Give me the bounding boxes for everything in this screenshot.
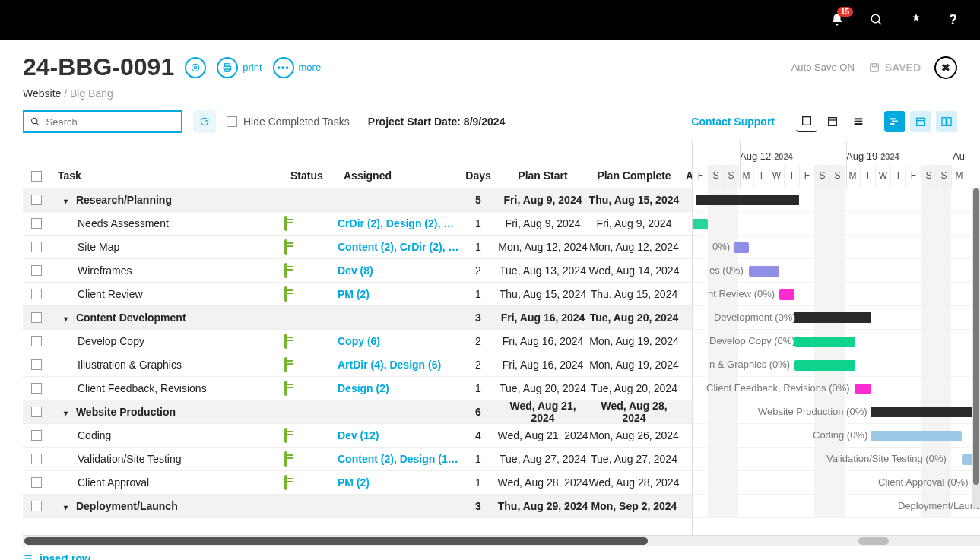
plan-start-cell[interactable]: Thu, Aug 15, 2024: [497, 288, 588, 300]
gantt-row[interactable]: Client Approval (0%): [693, 471, 980, 495]
calendar-icon[interactable]: [284, 239, 287, 255]
days-cell[interactable]: 3: [459, 312, 497, 324]
gantt-bar[interactable]: [871, 407, 980, 417]
row-checkbox[interactable]: [31, 195, 42, 205]
add-icon[interactable]: [909, 13, 923, 27]
row-checkbox[interactable]: [31, 430, 42, 441]
col-assigned[interactable]: Assigned: [338, 169, 459, 188]
gantt-bar[interactable]: [693, 219, 708, 229]
row-checkbox[interactable]: [31, 218, 42, 229]
table-row[interactable]: Client Feedback, RevisionsDesign (2)1Tue…: [23, 377, 692, 400]
search-box[interactable]: [23, 110, 182, 133]
row-checkbox[interactable]: [31, 265, 42, 276]
plan-complete-cell[interactable]: Wed, Aug 14, 2024: [588, 264, 680, 277]
assigned-link[interactable]: ArtDir (4), Design (6): [338, 359, 459, 371]
view-mode-1[interactable]: [796, 111, 817, 132]
calendar-icon[interactable]: [284, 334, 287, 349]
gantt-row[interactable]: [693, 188, 980, 212]
gantt-row[interactable]: Validation/Site Testing (0%): [693, 448, 980, 471]
col-task[interactable]: Task: [50, 169, 284, 188]
table-row[interactable]: Needs AssessmentCrDir (2), Design (2), P…: [23, 212, 692, 236]
search-icon[interactable]: [870, 13, 883, 27]
plan-complete-cell[interactable]: Mon, Sep 2, 2024: [588, 500, 680, 512]
gantt-row[interactable]: [693, 212, 980, 236]
col-plan-start[interactable]: Plan Start: [497, 169, 588, 188]
plan-start-cell[interactable]: Tue, Aug 27, 2024: [497, 453, 588, 465]
gantt-row[interactable]: 0%): [693, 236, 980, 259]
row-checkbox[interactable]: [31, 312, 42, 323]
plan-start-cell[interactable]: Thu, Aug 29, 2024: [497, 500, 588, 512]
calendar-icon[interactable]: [284, 263, 287, 278]
vertical-scrollbar[interactable]: [972, 188, 980, 508]
calendar-icon[interactable]: [284, 381, 287, 396]
days-cell[interactable]: 5: [459, 194, 497, 206]
row-checkbox[interactable]: [31, 242, 42, 252]
split-view-button[interactable]: [936, 111, 957, 132]
calendar-icon[interactable]: [284, 357, 287, 372]
calendar-icon[interactable]: [284, 451, 287, 467]
horizontal-scrollbar[interactable]: [23, 536, 980, 546]
help-icon[interactable]: ?: [949, 12, 957, 28]
plan-start-cell[interactable]: Wed, Aug 21, 2024: [497, 400, 588, 424]
table-row[interactable]: ▾ Content Development3Fri, Aug 16, 2024T…: [23, 306, 692, 330]
gantt-row[interactable]: Client Feedback, Revisions (0%): [693, 377, 980, 400]
plan-start-cell[interactable]: Tue, Aug 13, 2024: [497, 264, 588, 277]
contact-support-link[interactable]: Contact Support: [691, 115, 775, 128]
select-all-checkbox[interactable]: [31, 171, 42, 182]
days-cell[interactable]: 1: [459, 382, 497, 394]
hide-completed-toggle[interactable]: Hide Completed Tasks: [227, 115, 350, 128]
gantt-bar[interactable]: [779, 289, 794, 300]
table-row[interactable]: Site MapContent (2), CrDir (2), PM1Mon, …: [23, 236, 692, 259]
plan-complete-cell[interactable]: Tue, Aug 20, 2024: [588, 382, 680, 394]
gantt-row[interactable]: Coding (0%): [693, 424, 980, 448]
more-button[interactable]: ••• more: [273, 57, 322, 78]
gantt-bar[interactable]: [794, 337, 855, 347]
days-cell[interactable]: 1: [459, 241, 497, 253]
row-checkbox[interactable]: [31, 407, 42, 417]
plan-start-cell[interactable]: Wed, Aug 28, 2024: [497, 476, 588, 489]
plan-start-cell[interactable]: Wed, Aug 21, 2024: [497, 429, 588, 441]
gantt-bar[interactable]: [749, 266, 779, 277]
plan-start-cell[interactable]: Fri, Aug 16, 2024: [497, 335, 588, 347]
col-plan-complete[interactable]: Plan Complete: [588, 169, 680, 188]
view-mode-3[interactable]: [848, 111, 869, 132]
plan-complete-cell[interactable]: Tue, Aug 27, 2024: [588, 453, 680, 465]
assigned-link[interactable]: Content (2), CrDir (2), PM: [338, 241, 459, 253]
days-cell[interactable]: 6: [459, 406, 497, 418]
gantt-row[interactable]: Develop Copy (0%): [693, 330, 980, 353]
assigned-link[interactable]: Content (2), Design (1), PM: [338, 453, 459, 465]
plan-start-cell[interactable]: Tue, Aug 20, 2024: [497, 382, 588, 394]
calendar-icon[interactable]: [284, 216, 287, 231]
refresh-title-button[interactable]: [185, 57, 206, 78]
gantt-view-button[interactable]: [884, 111, 905, 132]
plan-complete-cell[interactable]: Mon, Aug 19, 2024: [588, 335, 680, 347]
insert-row-button[interactable]: insert row: [0, 546, 980, 560]
calendar-icon[interactable]: [284, 475, 287, 490]
plan-complete-cell[interactable]: Wed, Aug 28, 2024: [588, 400, 680, 424]
table-row[interactable]: Illustration & GraphicsArtDir (4), Desig…: [23, 353, 692, 377]
plan-start-cell[interactable]: Fri, Aug 9, 2024: [497, 217, 588, 229]
assigned-link[interactable]: Dev (8): [338, 264, 459, 277]
days-cell[interactable]: 2: [459, 359, 497, 371]
refresh-grid-button[interactable]: [193, 110, 216, 133]
table-row[interactable]: Develop CopyCopy (6)2Fri, Aug 16, 2024Mo…: [23, 330, 692, 353]
plan-start-cell[interactable]: Fri, Aug 16, 2024: [497, 312, 588, 324]
row-checkbox[interactable]: [31, 477, 42, 488]
plan-complete-cell[interactable]: Thu, Aug 15, 2024: [588, 288, 680, 300]
gantt-row[interactable]: es (0%): [693, 259, 980, 283]
table-row[interactable]: WireframesDev (8)2Tue, Aug 13, 2024Wed, …: [23, 259, 692, 283]
gantt-row[interactable]: nt Review (0%): [693, 283, 980, 306]
row-checkbox[interactable]: [31, 454, 42, 464]
collapse-toggle[interactable]: ▾: [64, 197, 73, 205]
col-days[interactable]: Days: [459, 169, 497, 188]
gantt-row[interactable]: Deployment/Launch (: [693, 495, 980, 518]
table-row[interactable]: ▾ Deployment/Launch3Thu, Aug 29, 2024Mon…: [23, 495, 692, 518]
table-row[interactable]: CodingDev (12)4Wed, Aug 21, 2024Mon, Aug…: [23, 424, 692, 448]
gantt-bar[interactable]: [734, 242, 749, 253]
days-cell[interactable]: 1: [459, 476, 497, 489]
row-checkbox[interactable]: [31, 289, 42, 299]
table-row[interactable]: Client ApprovalPM (2)1Wed, Aug 28, 2024W…: [23, 471, 692, 495]
collapse-toggle[interactable]: ▾: [64, 315, 73, 323]
notifications-icon[interactable]: 15: [830, 13, 844, 27]
plan-complete-cell[interactable]: Mon, Aug 26, 2024: [588, 429, 680, 441]
